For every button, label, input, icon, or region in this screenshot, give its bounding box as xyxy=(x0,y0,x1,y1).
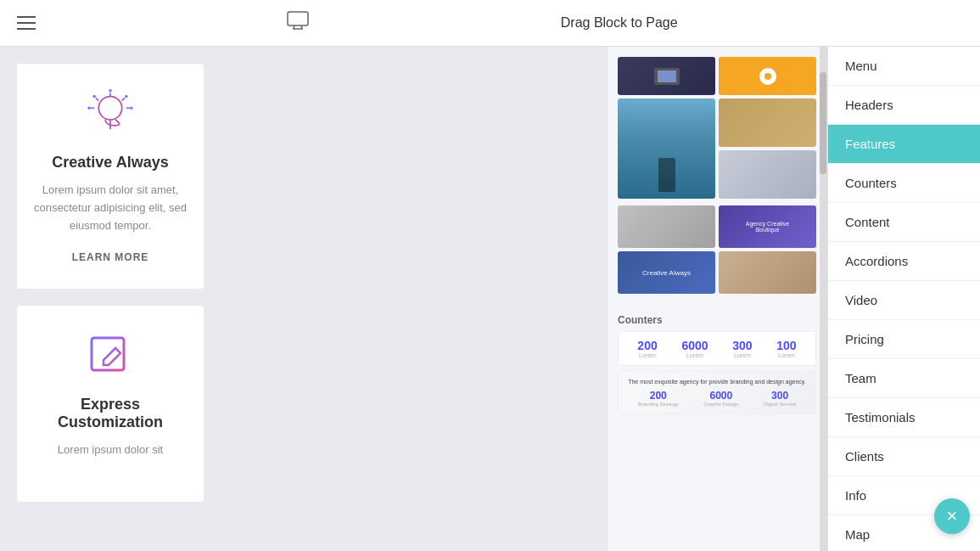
sidebar-label-testimonials: Testimonials xyxy=(845,410,916,424)
svg-point-15 xyxy=(130,107,132,110)
thumb-shake[interactable] xyxy=(618,205,715,248)
counter-item-100: 100 Lorem xyxy=(776,339,796,358)
bulb-icon xyxy=(85,89,136,140)
card1-text: Lorem ipsum dolor sit amet, consectetur … xyxy=(34,182,187,234)
counter2-300: 300 Digital Service xyxy=(764,390,796,407)
card-creative-always: Creative Always Lorem ipsum dolor sit am… xyxy=(17,64,204,289)
sidebar-label-team: Team xyxy=(845,371,876,385)
middle-panel: Agency CreativeBoutique Creative Always … xyxy=(607,47,827,551)
counter2-headline: The most exquisite agency for provide br… xyxy=(625,379,809,385)
counter-thumb-1[interactable]: 200 Lorem 6000 Lorem 300 Lorem 100 Lorem xyxy=(618,331,816,366)
thumb-laptop-dark[interactable] xyxy=(618,57,715,95)
right-sidebar-wrapper: Menu Headers Features Counters Content A… xyxy=(827,47,980,551)
counter2-nums: 200 Branding Strategy 6000 Graphic Desig… xyxy=(625,390,809,407)
svg-point-14 xyxy=(87,107,90,110)
counter-item-300: 300 Lorem xyxy=(732,339,752,358)
sidebar-label-counters: Counters xyxy=(845,176,897,190)
main-content: Creative Always Lorem ipsum dolor sit am… xyxy=(0,47,980,551)
counter2-6000: 6000 Graphic Design xyxy=(703,390,738,407)
thumb-hands[interactable] xyxy=(719,98,816,147)
sidebar-label-menu: Menu xyxy=(845,59,877,73)
panel-scroll: Agency CreativeBoutique Creative Always … xyxy=(608,47,826,421)
sidebar-item-video[interactable]: Video xyxy=(828,281,980,320)
svg-rect-0 xyxy=(288,12,308,25)
fab-close-button[interactable]: × xyxy=(934,498,970,534)
right-sidebar: Menu Headers Features Counters Content A… xyxy=(827,47,980,551)
sidebar-label-headers: Headers xyxy=(845,98,893,112)
thumb-laptop2[interactable] xyxy=(719,150,816,199)
sidebar-label-features: Features xyxy=(845,137,895,151)
counters-label: Counters xyxy=(618,314,816,326)
svg-point-12 xyxy=(92,95,95,98)
svg-line-7 xyxy=(122,98,125,100)
sidebar-label-accordions: Accordions xyxy=(845,254,908,268)
svg-point-4 xyxy=(98,97,121,120)
svg-point-13 xyxy=(125,95,127,98)
sidebar-label-pricing: Pricing xyxy=(845,332,884,346)
edit-icon xyxy=(85,331,136,382)
thumb-orange[interactable] xyxy=(719,57,816,95)
counters-section: Counters 200 Lorem 6000 Lorem 300 Lorem xyxy=(608,307,826,421)
sidebar-item-features[interactable]: Features xyxy=(828,125,980,164)
card2-title: Express Customization xyxy=(34,396,187,431)
thumb-typing[interactable] xyxy=(719,251,816,294)
card1-title: Creative Always xyxy=(52,154,168,171)
scroll-indicator xyxy=(820,47,826,551)
monitor-icon xyxy=(287,11,309,35)
fab-icon: × xyxy=(947,507,958,526)
top-bar: Drag Block to Page xyxy=(0,0,980,47)
sidebar-item-counters[interactable]: Counters xyxy=(828,164,980,203)
canvas-area: Creative Always Lorem ipsum dolor sit am… xyxy=(0,47,607,551)
hamburger-icon[interactable] xyxy=(17,16,36,30)
sidebar-item-menu[interactable]: Menu xyxy=(828,47,980,86)
sidebar-label-info: Info xyxy=(845,488,866,503)
thumb-row-top xyxy=(618,57,816,95)
sidebar-item-pricing[interactable]: Pricing xyxy=(828,320,980,359)
sidebar-item-clients[interactable]: Clients xyxy=(828,437,980,476)
sidebar-item-team[interactable]: Team xyxy=(828,359,980,398)
svg-point-11 xyxy=(109,89,111,92)
thumb-lake[interactable] xyxy=(618,98,715,199)
thumb-blue-banner[interactable]: Creative Always xyxy=(618,251,715,294)
sidebar-label-content: Content xyxy=(845,215,890,229)
features-thumbnails: Agency CreativeBoutique Creative Always xyxy=(608,47,826,307)
counter2-200: 200 Branding Strategy xyxy=(638,390,679,407)
card-express: Express Customization Lorem ipsum dolor … xyxy=(17,306,204,502)
sidebar-label-video: Video xyxy=(845,293,877,307)
scroll-thumb[interactable] xyxy=(820,72,826,174)
counter-item-6000: 6000 Lorem xyxy=(681,339,708,358)
drag-block-title: Drag Block to Page xyxy=(561,15,678,31)
card2-text: Lorem ipsum dolor sit xyxy=(58,441,163,459)
svg-line-6 xyxy=(96,98,98,100)
sidebar-item-accordions[interactable]: Accordions xyxy=(828,242,980,281)
sidebar-item-content[interactable]: Content xyxy=(828,203,980,242)
thumb-purple[interactable]: Agency CreativeBoutique xyxy=(719,205,816,248)
counter-thumb-2[interactable]: The most exquisite agency for provide br… xyxy=(618,371,816,414)
sidebar-item-headers[interactable]: Headers xyxy=(828,86,980,125)
counter-item-200: 200 Lorem xyxy=(637,339,657,358)
sidebar-label-map: Map xyxy=(845,527,870,542)
sidebar-item-testimonials[interactable]: Testimonials xyxy=(828,398,980,437)
sidebar-label-clients: Clients xyxy=(845,449,884,464)
card1-link[interactable]: LEARN MORE xyxy=(72,251,149,263)
